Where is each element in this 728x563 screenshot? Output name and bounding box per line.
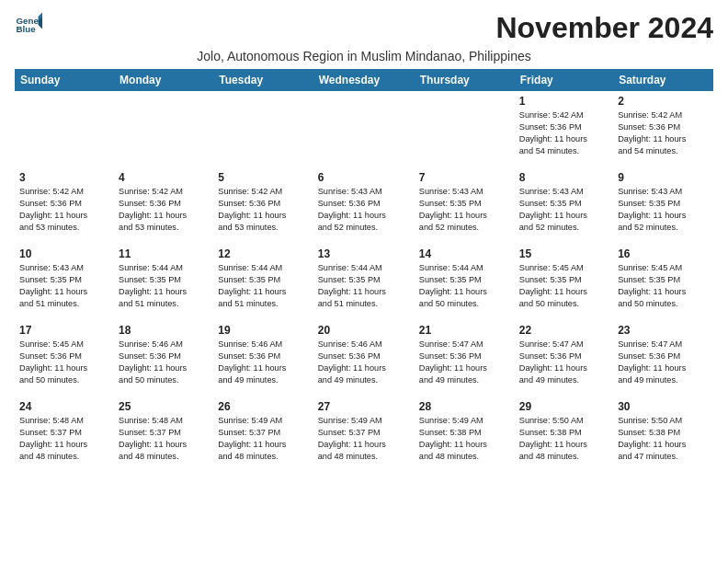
calendar-week-row: 17Sunrise: 5:45 AM Sunset: 5:36 PM Dayli…: [15, 320, 713, 394]
calendar-cell: 10Sunrise: 5:43 AM Sunset: 5:35 PM Dayli…: [15, 244, 114, 317]
day-info: Sunrise: 5:45 AM Sunset: 5:36 PM Dayligh…: [19, 339, 109, 386]
day-number: 13: [318, 247, 410, 260]
day-header-tuesday: Tuesday: [213, 69, 313, 91]
day-info: Sunrise: 5:44 AM Sunset: 5:35 PM Dayligh…: [419, 262, 510, 310]
day-info: Sunrise: 5:42 AM Sunset: 5:36 PM Dayligh…: [19, 186, 109, 234]
day-info: Sunrise: 5:43 AM Sunset: 5:35 PM Dayligh…: [618, 186, 709, 234]
day-number: 7: [419, 171, 510, 184]
day-number: 16: [618, 247, 709, 260]
day-number: 8: [519, 171, 609, 184]
day-number: 4: [119, 171, 209, 184]
calendar-cell: 14Sunrise: 5:44 AM Sunset: 5:35 PM Dayli…: [415, 244, 515, 317]
day-number: 18: [119, 324, 209, 337]
calendar-week-row: 3Sunrise: 5:42 AM Sunset: 5:36 PM Daylig…: [15, 167, 713, 241]
calendar-cell: [114, 91, 213, 165]
calendar-week-row: 10Sunrise: 5:43 AM Sunset: 5:35 PM Dayli…: [15, 244, 713, 317]
day-info: Sunrise: 5:49 AM Sunset: 5:37 PM Dayligh…: [318, 415, 410, 463]
day-info: Sunrise: 5:50 AM Sunset: 5:38 PM Dayligh…: [519, 415, 609, 463]
day-number: 15: [519, 247, 609, 260]
calendar-cell: 24Sunrise: 5:48 AM Sunset: 5:37 PM Dayli…: [15, 396, 114, 470]
calendar-cell: 7Sunrise: 5:43 AM Sunset: 5:35 PM Daylig…: [415, 167, 515, 241]
day-header-wednesday: Wednesday: [313, 69, 415, 91]
calendar-cell: 28Sunrise: 5:49 AM Sunset: 5:38 PM Dayli…: [415, 396, 515, 470]
calendar-cell: [313, 91, 415, 165]
day-number: 29: [519, 400, 609, 413]
day-info: Sunrise: 5:44 AM Sunset: 5:35 PM Dayligh…: [218, 262, 308, 310]
day-number: 9: [618, 171, 709, 184]
day-info: Sunrise: 5:42 AM Sunset: 5:36 PM Dayligh…: [218, 186, 308, 234]
day-info: Sunrise: 5:46 AM Sunset: 5:36 PM Dayligh…: [119, 339, 209, 386]
header-row: General Blue November 2024: [15, 11, 713, 45]
calendar-cell: [213, 91, 313, 165]
day-header-saturday: Saturday: [613, 69, 713, 91]
day-number: 2: [618, 95, 709, 108]
calendar-cell: 18Sunrise: 5:46 AM Sunset: 5:36 PM Dayli…: [114, 320, 213, 394]
day-info: Sunrise: 5:47 AM Sunset: 5:36 PM Dayligh…: [519, 339, 609, 386]
day-number: 27: [318, 400, 410, 413]
calendar-cell: 12Sunrise: 5:44 AM Sunset: 5:35 PM Dayli…: [213, 244, 313, 317]
day-number: 25: [119, 400, 209, 413]
day-info: Sunrise: 5:47 AM Sunset: 5:36 PM Dayligh…: [419, 339, 510, 386]
day-info: Sunrise: 5:43 AM Sunset: 5:35 PM Dayligh…: [419, 186, 510, 234]
calendar-cell: 30Sunrise: 5:50 AM Sunset: 5:38 PM Dayli…: [613, 396, 713, 470]
calendar-cell: 15Sunrise: 5:45 AM Sunset: 5:35 PM Dayli…: [515, 244, 613, 317]
calendar-cell: 27Sunrise: 5:49 AM Sunset: 5:37 PM Dayli…: [313, 396, 415, 470]
calendar-cell: 3Sunrise: 5:42 AM Sunset: 5:36 PM Daylig…: [15, 167, 114, 241]
day-number: 21: [419, 324, 510, 337]
day-header-monday: Monday: [114, 69, 213, 91]
calendar-cell: 23Sunrise: 5:47 AM Sunset: 5:36 PM Dayli…: [613, 320, 713, 394]
svg-text:Blue: Blue: [17, 24, 37, 34]
logo-icon: General Blue: [15, 11, 42, 39]
day-number: 6: [318, 171, 410, 184]
calendar-cell: 21Sunrise: 5:47 AM Sunset: 5:36 PM Dayli…: [415, 320, 515, 394]
calendar-cell: 8Sunrise: 5:43 AM Sunset: 5:35 PM Daylig…: [515, 167, 613, 241]
day-header-sunday: Sunday: [15, 69, 114, 91]
day-info: Sunrise: 5:46 AM Sunset: 5:36 PM Dayligh…: [218, 339, 308, 386]
calendar-cell: 4Sunrise: 5:42 AM Sunset: 5:36 PM Daylig…: [114, 167, 213, 241]
day-header-friday: Friday: [515, 69, 613, 91]
calendar-cell: 2Sunrise: 5:42 AM Sunset: 5:36 PM Daylig…: [613, 91, 713, 165]
day-info: Sunrise: 5:48 AM Sunset: 5:37 PM Dayligh…: [119, 415, 209, 463]
day-number: 28: [419, 400, 510, 413]
day-number: 10: [19, 247, 109, 260]
day-number: 17: [19, 324, 109, 337]
day-info: Sunrise: 5:44 AM Sunset: 5:35 PM Dayligh…: [119, 262, 209, 310]
day-number: 5: [218, 171, 308, 184]
day-number: 24: [19, 400, 109, 413]
calendar-table: SundayMondayTuesdayWednesdayThursdayFrid…: [15, 69, 713, 470]
day-info: Sunrise: 5:44 AM Sunset: 5:35 PM Dayligh…: [318, 262, 410, 310]
day-header-thursday: Thursday: [415, 69, 515, 91]
day-number: 11: [119, 247, 209, 260]
day-info: Sunrise: 5:45 AM Sunset: 5:35 PM Dayligh…: [618, 262, 709, 310]
day-info: Sunrise: 5:43 AM Sunset: 5:35 PM Dayligh…: [519, 186, 609, 234]
calendar-cell: [15, 91, 114, 165]
calendar-week-row: 1Sunrise: 5:42 AM Sunset: 5:36 PM Daylig…: [15, 91, 713, 165]
day-number: 19: [218, 324, 308, 337]
calendar-cell: 22Sunrise: 5:47 AM Sunset: 5:36 PM Dayli…: [515, 320, 613, 394]
page-container: General Blue November 2024 Jolo, Autonom…: [0, 0, 728, 481]
calendar-cell: 1Sunrise: 5:42 AM Sunset: 5:36 PM Daylig…: [515, 91, 613, 165]
day-number: 30: [618, 400, 709, 413]
day-number: 20: [318, 324, 410, 337]
day-info: Sunrise: 5:49 AM Sunset: 5:38 PM Dayligh…: [419, 415, 510, 463]
day-info: Sunrise: 5:50 AM Sunset: 5:38 PM Dayligh…: [618, 415, 709, 463]
day-info: Sunrise: 5:42 AM Sunset: 5:36 PM Dayligh…: [618, 109, 709, 157]
day-number: 12: [218, 247, 308, 260]
day-info: Sunrise: 5:43 AM Sunset: 5:35 PM Dayligh…: [19, 262, 109, 310]
calendar-cell: 9Sunrise: 5:43 AM Sunset: 5:35 PM Daylig…: [613, 167, 713, 241]
calendar-cell: 20Sunrise: 5:46 AM Sunset: 5:36 PM Dayli…: [313, 320, 415, 394]
day-number: 3: [19, 171, 109, 184]
month-title: November 2024: [495, 11, 713, 45]
day-number: 1: [519, 95, 609, 108]
calendar-cell: 16Sunrise: 5:45 AM Sunset: 5:35 PM Dayli…: [613, 244, 713, 317]
calendar-week-row: 24Sunrise: 5:48 AM Sunset: 5:37 PM Dayli…: [15, 396, 713, 470]
calendar-header-row: SundayMondayTuesdayWednesdayThursdayFrid…: [15, 69, 713, 91]
calendar-cell: 5Sunrise: 5:42 AM Sunset: 5:36 PM Daylig…: [213, 167, 313, 241]
day-number: 26: [218, 400, 308, 413]
day-number: 23: [618, 324, 709, 337]
day-info: Sunrise: 5:46 AM Sunset: 5:36 PM Dayligh…: [318, 339, 410, 386]
day-number: 14: [419, 247, 510, 260]
calendar-cell: 26Sunrise: 5:49 AM Sunset: 5:37 PM Dayli…: [213, 396, 313, 470]
calendar-cell: 17Sunrise: 5:45 AM Sunset: 5:36 PM Dayli…: [15, 320, 114, 394]
day-info: Sunrise: 5:42 AM Sunset: 5:36 PM Dayligh…: [519, 109, 609, 157]
